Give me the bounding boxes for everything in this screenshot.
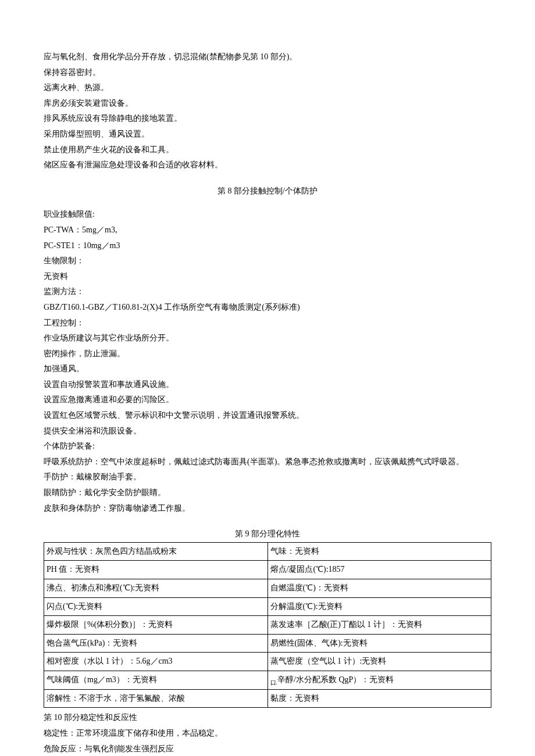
section-8-title: 第 8 部分接触控制/个体防护 (44, 184, 491, 199)
cell-viscosity: 黏度：无资料 (268, 689, 491, 708)
cell-vaporpressure: 饱合蒸气压(kPa)：无资料 (44, 634, 268, 653)
s10-line: 稳定性：正常环境温度下储存和使用，本品稳定。 (44, 726, 491, 741)
s8-line: PC-STE1：10mg／m3 (44, 238, 491, 254)
storage-line: 库房必须安装避雷设备。 (44, 96, 491, 112)
storage-line: 应与氧化剂、食用化学品分开存放，切忌混储(禁配物参见第 10 部分)。 (44, 49, 491, 65)
table-row: 饱合蒸气压(kPa)：无资料 易燃性(固体、气体):无资料 (44, 634, 491, 653)
s8-line: 密闭操作，防止泄漏。 (44, 346, 491, 362)
table-row: 沸点、初沸点和沸程(℃):无资料 自燃温度(℃)：无资料 (44, 579, 491, 598)
storage-line: 远离火种、热源。 (44, 80, 491, 96)
s10-line: 危险反应：与氧化剂能发生强烈反应 (44, 741, 491, 756)
cell-partition-sub: 口. (270, 679, 278, 686)
s8-line: 生物限制： (44, 253, 491, 269)
s8-line: 作业场所建议与其它作业场所分开。 (44, 331, 491, 346)
table-row: 外观与性状：灰黑色四方结晶或粉末 气味：无资料 (44, 542, 491, 561)
s8-line: GBZ/T160.1-GBZ／T160.81-2(X)4 工作场所空气有毒物质测… (44, 300, 491, 316)
cell-flammability: 易燃性(固体、气体):无资料 (268, 634, 491, 653)
storage-line: 采用防爆型照明、通风设置。 (44, 127, 491, 142)
section-8-body: 职业接触限值: PC-TWA：5mg／m3, PC-STE1：10mg／m3 生… (44, 207, 491, 516)
s8-line: 监测方法： (44, 284, 491, 300)
s8-line: 设置自动报警装置和事故通风设施。 (44, 377, 491, 393)
table-row: 爆炸极限［%(体积分数)］：无资料 蒸发速率［乙酸(正)丁酯以 1 计］：无资料 (44, 616, 491, 635)
properties-table: 外观与性状：灰黑色四方结晶或粉末 气味：无资料 PH 值：无资料 熔点/凝固点(… (44, 542, 491, 708)
cell-evaprate: 蒸发速率［乙酸(正)丁酯以 1 计］：无资料 (268, 616, 491, 635)
cell-flash: 闪点(℃):无资料 (44, 597, 268, 616)
s8-line: 设置应急撤离通道和必要的泻险区。 (44, 392, 491, 408)
s8-line: 职业接触限值: (44, 207, 491, 223)
s8-line: 眼睛防护：戴化学安全防护眼睛。 (44, 485, 491, 501)
cell-autoignition: 自燃温度(℃)：无资料 (268, 579, 491, 598)
table-row: 气味阈值（mg／m3）：无资料 口.辛醇/水分配系数 QgP）：无资料 (44, 671, 491, 689)
s8-line: PC-TWA：5mg／m3, (44, 223, 491, 238)
s8-line: 个体防护装备: (44, 439, 491, 454)
cell-partition-main: 辛醇/水分配系数 QgP）：无资料 (277, 675, 394, 684)
storage-line: 禁止使用易产生火花的设备和工具。 (44, 142, 491, 158)
storage-block: 应与氧化剂、食用化学品分开存放，切忌混储(禁配物参见第 10 部分)。 保持容器… (44, 49, 491, 173)
cell-solubility: 溶解性：不溶于水，溶于氢氟酸、浓酸 (44, 689, 268, 708)
table-row: 溶解性：不溶于水，溶于氢氟酸、浓酸 黏度：无资料 (44, 689, 491, 708)
s8-line: 皮肤和身体防护：穿防毒物渗透工作服。 (44, 501, 491, 517)
cell-melting: 熔点/凝固点(℃):1857 (268, 561, 491, 579)
s8-line: 加强通风。 (44, 361, 491, 377)
cell-appearance: 外观与性状：灰黑色四方结晶或粉末 (44, 542, 268, 561)
table-row: 闪点(℃):无资料 分解温度(℃):无资料 (44, 597, 491, 616)
s8-line: 无资料 (44, 269, 491, 285)
cell-density: 相对密度（水以 1 计）：5.6g／cm3 (44, 653, 268, 671)
cell-odor: 气味：无资料 (268, 542, 491, 561)
s8-line: 工程控制： (44, 316, 491, 331)
section-9-title: 第 9 部分理化特性 (44, 526, 491, 542)
table-row: 相对密度（水以 1 计）：5.6g／cm3 蒸气密度（空气以 1 计）:无资料 (44, 653, 491, 671)
cell-ph: PH 值：无资料 (44, 561, 268, 579)
cell-explosion: 爆炸极限［%(体积分数)］：无资料 (44, 616, 268, 635)
s8-line: 设置红色区域警示线、警示标识和中文警示说明，并设置通讯报警系统。 (44, 408, 491, 424)
cell-vapordensity: 蒸气密度（空气以 1 计）:无资料 (268, 653, 491, 671)
table-row: PH 值：无资料 熔点/凝固点(℃):1857 (44, 561, 491, 579)
storage-line: 排风系统应设有导除静电的接地装置。 (44, 111, 491, 127)
cell-boiling: 沸点、初沸点和沸程(℃):无资料 (44, 579, 268, 598)
cell-partition: 口.辛醇/水分配系数 QgP）：无资料 (268, 671, 491, 689)
cell-odorthreshold: 气味阈值（mg／m3）：无资料 (44, 671, 268, 689)
storage-line: 保持容器密封。 (44, 65, 491, 81)
storage-line: 储区应备有泄漏应急处理设备和合适的收容材料。 (44, 157, 491, 173)
s8-line: 提供安全淋浴和洗眼设备。 (44, 424, 491, 439)
s8-line: 呼吸系统防护：空气中浓度超标时，佩戴过滤式防毒面具(半面罩)。紧急事态抢救或撤离… (44, 454, 491, 470)
section-10-title: 第 10 部分稳定性和反应性 (44, 710, 491, 726)
cell-decomp: 分解温度(℃):无资料 (268, 597, 491, 616)
section-10-block: 第 10 部分稳定性和反应性 稳定性：正常环境温度下储存和使用，本品稳定。 危险… (44, 710, 491, 756)
s8-line: 手防护：戴橡胶耐油手套。 (44, 470, 491, 485)
